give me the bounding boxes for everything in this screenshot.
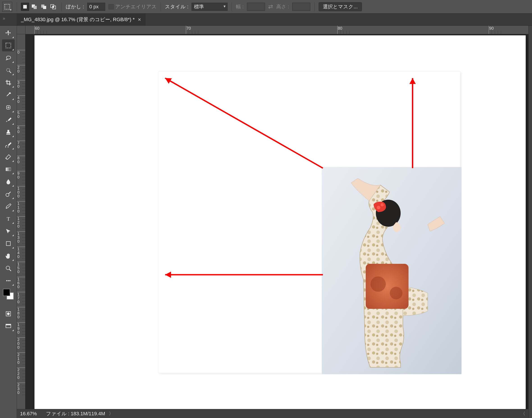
height-label: 高さ : xyxy=(276,3,289,10)
svg-point-21 xyxy=(6,266,10,270)
quick-selection-tool[interactable] xyxy=(2,64,15,76)
close-icon[interactable]: × xyxy=(138,17,141,22)
svg-point-39 xyxy=(377,206,380,209)
dodge-tool[interactable] xyxy=(2,188,15,200)
blur-tool[interactable] xyxy=(2,175,15,187)
document-tab-title: _MG_4830.jpg @ 16.7% (背景 のコピー, RGB/8*) * xyxy=(21,16,135,23)
svg-rect-12 xyxy=(7,105,10,109)
chevron-right-icon: 〉 xyxy=(109,411,113,417)
separator xyxy=(17,2,17,11)
zoom-tool[interactable] xyxy=(2,262,15,274)
artboard xyxy=(35,35,526,409)
svg-line-11 xyxy=(9,71,11,73)
svg-rect-1 xyxy=(23,5,27,9)
svg-line-17 xyxy=(9,192,11,194)
selection-intersect[interactable] xyxy=(49,3,58,11)
svg-point-10 xyxy=(7,69,10,71)
crop-tool[interactable] xyxy=(2,77,15,88)
svg-rect-28 xyxy=(6,324,11,328)
current-tool-thumb[interactable]: ▾ xyxy=(2,2,12,12)
antialias-checkbox[interactable] xyxy=(108,4,114,10)
gradient-tool[interactable] xyxy=(2,163,15,175)
separator xyxy=(232,2,232,11)
eyedropper-tool[interactable] xyxy=(2,89,15,101)
antialias-label: アンチエイリアス xyxy=(115,3,157,10)
svg-point-24 xyxy=(8,280,9,281)
document-tab[interactable]: _MG_4830.jpg @ 16.7% (背景 のコピー, RGB/8*) *… xyxy=(17,13,145,25)
chevron-down-icon: ▾ xyxy=(10,8,12,12)
height-input xyxy=(292,3,310,11)
panel-dock-edge[interactable] xyxy=(528,26,532,418)
app-root: ▾ xyxy=(0,0,532,418)
svg-point-23 xyxy=(6,280,7,281)
width-label: 幅 : xyxy=(236,3,243,10)
svg-point-25 xyxy=(10,280,11,281)
selection-subtract[interactable] xyxy=(40,3,48,11)
svg-rect-29 xyxy=(6,324,11,325)
canvas[interactable] xyxy=(25,34,528,409)
svg-rect-20 xyxy=(6,242,10,245)
selection-new[interactable] xyxy=(21,3,29,11)
selection-intersect-icon xyxy=(50,4,57,10)
swap-width-height-icon[interactable]: ⇄ xyxy=(268,3,273,10)
svg-line-22 xyxy=(9,269,11,271)
svg-rect-3 xyxy=(34,6,37,9)
status-zoom[interactable]: 16.67% xyxy=(20,411,37,417)
marquee-icon xyxy=(4,4,10,10)
svg-rect-5 xyxy=(43,6,46,9)
width-input xyxy=(247,3,265,11)
selection-mode-group xyxy=(21,3,58,11)
pen-tool[interactable] xyxy=(2,200,15,212)
separator xyxy=(161,2,161,11)
edit-toolbar[interactable] xyxy=(2,275,15,287)
ruler-horizontal[interactable]: 6070809010011012013014015016017018019020… xyxy=(25,26,528,34)
rectangle-shape-tool[interactable] xyxy=(2,237,15,249)
screen-mode-toggle[interactable] xyxy=(2,320,15,332)
quick-mask-toggle[interactable] xyxy=(2,308,15,320)
color-swatches[interactable] xyxy=(2,288,15,301)
svg-rect-8 xyxy=(52,6,54,8)
svg-point-27 xyxy=(7,313,10,315)
move-tool[interactable] xyxy=(2,27,15,39)
style-value: 標準 xyxy=(194,3,204,10)
svg-rect-26 xyxy=(6,312,11,316)
status-bar: 16.67% ファイル : 183.1M/119.4M 〉 〈 xyxy=(17,409,528,418)
foreground-color-swatch[interactable] xyxy=(3,289,10,296)
history-brush-tool[interactable] xyxy=(2,139,15,150)
style-select[interactable]: 標準 xyxy=(192,3,228,11)
antialias-option[interactable]: アンチエイリアス xyxy=(108,3,157,10)
selection-subtract-icon xyxy=(41,4,47,10)
eraser-tool[interactable] xyxy=(2,151,15,163)
brush-tool[interactable] xyxy=(2,114,15,126)
clone-stamp-tool[interactable] xyxy=(2,126,15,138)
svg-point-36 xyxy=(370,276,386,292)
svg-point-18 xyxy=(6,208,7,209)
tab-well-handle[interactable] xyxy=(0,13,17,25)
svg-rect-9 xyxy=(6,43,11,48)
feather-input[interactable] xyxy=(87,3,105,11)
style-label: スタイル : xyxy=(165,3,188,10)
tool-strip: T xyxy=(0,26,17,418)
work-area: T 60708090100110120130140150160170180190… xyxy=(0,26,532,418)
separator xyxy=(314,2,314,11)
ruler-origin[interactable] xyxy=(17,26,25,34)
hand-tool[interactable] xyxy=(2,250,15,262)
ruler-vertical[interactable]: 02 03 04 05 06 07 08 09 01 0 01 1 01 2 0… xyxy=(17,34,25,409)
kimono-photo-placeholder xyxy=(322,167,461,374)
status-file-size[interactable]: ファイル : 183.1M/119.4M 〉 xyxy=(46,410,113,417)
selection-add-icon xyxy=(31,4,38,10)
lasso-tool[interactable] xyxy=(2,52,15,64)
spot-healing-brush-tool[interactable] xyxy=(2,101,15,113)
select-and-mask-button[interactable]: 選択とマスク... xyxy=(319,2,362,11)
rectangular-marquee-tool[interactable] xyxy=(2,39,15,51)
svg-point-37 xyxy=(390,287,402,299)
chevron-left-icon[interactable]: 〈 xyxy=(521,411,525,417)
path-selection-tool[interactable] xyxy=(2,225,15,237)
selection-add[interactable] xyxy=(30,3,38,11)
feather-label: ぼかし : xyxy=(66,3,84,10)
type-tool[interactable]: T xyxy=(2,213,15,225)
svg-text:T: T xyxy=(7,216,10,222)
stage: 6070809010011012013014015016017018019020… xyxy=(17,26,528,418)
options-bar: ▾ xyxy=(0,0,532,13)
svg-point-16 xyxy=(6,193,9,197)
